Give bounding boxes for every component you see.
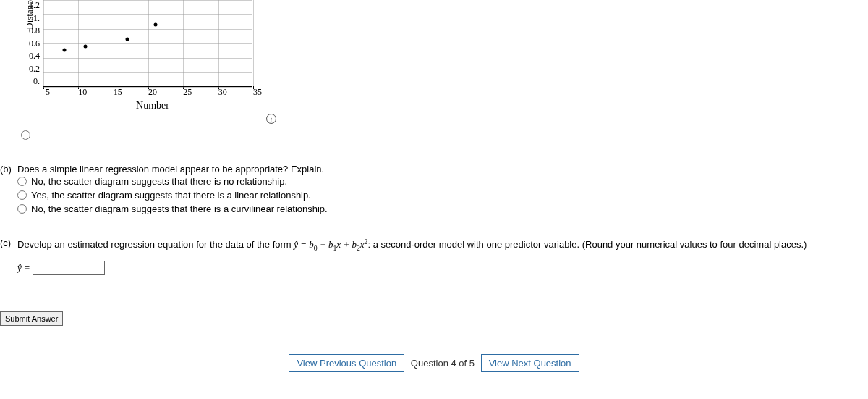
y-tick: 0. (33, 76, 40, 87)
x-axis-label: Number (48, 100, 258, 112)
option-row[interactable]: Yes, the scatter diagram suggests that t… (17, 188, 868, 202)
part-b-label: (b) (0, 164, 17, 175)
scatter-plot (43, 0, 252, 87)
prev-question-button[interactable]: View Previous Question (289, 354, 404, 372)
part-b-options: No, the scatter diagram suggests that th… (17, 175, 868, 216)
option-radio[interactable] (17, 190, 27, 200)
data-point (126, 38, 129, 41)
x-tick: 10 (78, 87, 87, 98)
option-text: No, the scatter diagram suggests that th… (31, 203, 328, 214)
x-tick: 35 (253, 87, 262, 98)
submit-answer-button[interactable]: Submit Answer (0, 311, 63, 326)
data-point (84, 45, 88, 49)
x-axis-ticks: 5101520253035 (48, 87, 258, 98)
chart-option-radio[interactable] (21, 130, 30, 140)
y-tick: 0.6 (29, 38, 40, 49)
question-status: Question 4 of 5 (411, 358, 475, 369)
part-b-prompt: Does a simple linear regression model ap… (17, 164, 324, 175)
next-question-button[interactable]: View Next Question (481, 354, 579, 372)
y-tick: 0.2 (29, 64, 40, 75)
x-tick: 15 (114, 87, 122, 98)
y-tick: 0.4 (29, 51, 40, 62)
divider (0, 335, 868, 335)
x-tick: 30 (218, 87, 227, 98)
data-point (153, 23, 157, 27)
y-axis-label: Distance (24, 0, 35, 30)
question-nav: View Previous Question Question 4 of 5 V… (0, 354, 868, 381)
prompt-post: : a second-order model with one predicto… (367, 239, 807, 250)
prompt-pre: Develop an estimated regression equation… (17, 239, 294, 250)
x-tick: 5 (46, 87, 50, 98)
part-c-prompt: Develop an estimated regression equation… (17, 238, 807, 252)
regression-equation-input[interactable] (33, 261, 105, 275)
data-point (63, 49, 67, 52)
option-radio[interactable] (17, 204, 27, 214)
option-text: No, the scatter diagram suggests that th… (31, 176, 287, 187)
info-icon[interactable]: i (266, 114, 276, 124)
part-c-label: (c) (0, 238, 17, 252)
option-row[interactable]: No, the scatter diagram suggests that th… (17, 202, 868, 216)
option-text: Yes, the scatter diagram suggests that t… (31, 190, 311, 201)
x-tick: 25 (183, 87, 192, 98)
option-row[interactable]: No, the scatter diagram suggests that th… (17, 175, 868, 188)
input-prefix: ŷ = (17, 262, 30, 273)
option-radio[interactable] (17, 177, 27, 186)
equation: ŷ = b0 + b1x + b2x2 (294, 239, 367, 250)
x-tick: 20 (148, 87, 157, 98)
